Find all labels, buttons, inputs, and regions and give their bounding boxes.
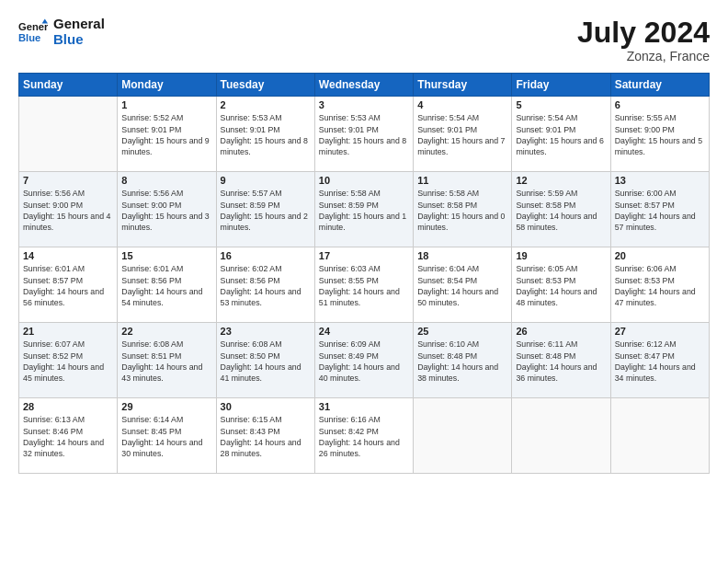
- day-info: Sunrise: 5:56 AM Sunset: 9:00 PM Dayligh…: [23, 188, 113, 233]
- day-info: Sunrise: 6:06 AM Sunset: 8:53 PM Dayligh…: [615, 263, 705, 308]
- calendar-cell: 31 Sunrise: 6:16 AM Sunset: 8:42 PM Dayl…: [314, 398, 413, 474]
- calendar-cell: 24 Sunrise: 6:09 AM Sunset: 8:49 PM Dayl…: [314, 323, 413, 398]
- calendar-week-5: 28 Sunrise: 6:13 AM Sunset: 8:46 PM Dayl…: [19, 398, 710, 474]
- day-info: Sunrise: 6:09 AM Sunset: 8:49 PM Dayligh…: [319, 339, 409, 384]
- title-block: July 2024 Zonza, France: [577, 17, 710, 63]
- calendar-cell: 2 Sunrise: 5:53 AM Sunset: 9:01 PM Dayli…: [216, 97, 314, 172]
- logo-general: General: [53, 17, 105, 32]
- day-info: Sunrise: 6:05 AM Sunset: 8:53 PM Dayligh…: [516, 263, 606, 308]
- calendar-cell: [610, 398, 709, 474]
- day-info: Sunrise: 6:11 AM Sunset: 8:48 PM Dayligh…: [516, 339, 606, 384]
- calendar-cell: 23 Sunrise: 6:08 AM Sunset: 8:50 PM Dayl…: [216, 323, 314, 398]
- day-info: Sunrise: 6:16 AM Sunset: 8:42 PM Dayligh…: [319, 414, 409, 459]
- day-number: 25: [417, 326, 507, 337]
- logo: General Blue General Blue: [18, 17, 105, 47]
- calendar-cell: 15 Sunrise: 6:01 AM Sunset: 8:56 PM Dayl…: [118, 247, 216, 323]
- day-info: Sunrise: 6:08 AM Sunset: 8:51 PM Dayligh…: [121, 339, 211, 384]
- logo-icon: General Blue: [18, 17, 48, 47]
- day-number: 17: [319, 250, 409, 261]
- day-number: 31: [319, 401, 409, 412]
- day-info: Sunrise: 6:13 AM Sunset: 8:46 PM Dayligh…: [23, 414, 113, 459]
- day-number: 5: [516, 99, 606, 110]
- day-number: 24: [319, 326, 409, 337]
- location: Zonza, France: [577, 49, 710, 63]
- calendar-cell: 12 Sunrise: 5:59 AM Sunset: 8:58 PM Dayl…: [512, 172, 610, 247]
- day-info: Sunrise: 5:58 AM Sunset: 8:58 PM Dayligh…: [417, 188, 507, 233]
- calendar-cell: 27 Sunrise: 6:12 AM Sunset: 8:47 PM Dayl…: [610, 323, 709, 398]
- calendar-cell: 11 Sunrise: 5:58 AM Sunset: 8:58 PM Dayl…: [414, 172, 512, 247]
- calendar-week-4: 21 Sunrise: 6:07 AM Sunset: 8:52 PM Dayl…: [19, 323, 710, 398]
- day-info: Sunrise: 6:03 AM Sunset: 8:55 PM Dayligh…: [319, 263, 409, 308]
- day-number: 18: [417, 250, 507, 261]
- day-number: 12: [516, 175, 606, 186]
- day-info: Sunrise: 6:10 AM Sunset: 8:48 PM Dayligh…: [417, 339, 507, 384]
- calendar-cell: 20 Sunrise: 6:06 AM Sunset: 8:53 PM Dayl…: [610, 247, 709, 323]
- calendar-cell: [414, 398, 512, 474]
- calendar-cell: 25 Sunrise: 6:10 AM Sunset: 8:48 PM Dayl…: [414, 323, 512, 398]
- svg-text:Blue: Blue: [18, 31, 40, 42]
- day-info: Sunrise: 6:04 AM Sunset: 8:54 PM Dayligh…: [417, 263, 507, 308]
- weekday-header-thursday: Thursday: [414, 74, 512, 97]
- day-info: Sunrise: 5:59 AM Sunset: 8:58 PM Dayligh…: [516, 188, 606, 233]
- day-info: Sunrise: 5:53 AM Sunset: 9:01 PM Dayligh…: [221, 112, 311, 157]
- day-info: Sunrise: 5:52 AM Sunset: 9:01 PM Dayligh…: [121, 112, 211, 157]
- day-number: 4: [417, 99, 507, 110]
- day-info: Sunrise: 6:02 AM Sunset: 8:56 PM Dayligh…: [221, 263, 311, 308]
- day-number: 28: [23, 401, 113, 412]
- header: General Blue General Blue July 2024 Zonz…: [18, 17, 710, 63]
- calendar-cell: 18 Sunrise: 6:04 AM Sunset: 8:54 PM Dayl…: [414, 247, 512, 323]
- page: General Blue General Blue July 2024 Zonz…: [0, 0, 728, 563]
- day-info: Sunrise: 6:14 AM Sunset: 8:45 PM Dayligh…: [121, 414, 211, 459]
- calendar-week-1: 1 Sunrise: 5:52 AM Sunset: 9:01 PM Dayli…: [19, 97, 710, 172]
- weekday-header-wednesday: Wednesday: [314, 74, 413, 97]
- day-number: 19: [516, 250, 606, 261]
- weekday-header-sunday: Sunday: [19, 74, 118, 97]
- calendar-cell: 21 Sunrise: 6:07 AM Sunset: 8:52 PM Dayl…: [19, 323, 118, 398]
- day-info: Sunrise: 6:12 AM Sunset: 8:47 PM Dayligh…: [615, 339, 705, 384]
- day-info: Sunrise: 5:56 AM Sunset: 9:00 PM Dayligh…: [121, 188, 211, 233]
- day-number: 1: [121, 99, 211, 110]
- day-number: 11: [417, 175, 507, 186]
- month-year: July 2024: [577, 17, 710, 49]
- day-info: Sunrise: 5:54 AM Sunset: 9:01 PM Dayligh…: [417, 112, 507, 157]
- calendar-cell: 22 Sunrise: 6:08 AM Sunset: 8:51 PM Dayl…: [118, 323, 216, 398]
- day-number: 22: [121, 326, 211, 337]
- calendar-cell: 4 Sunrise: 5:54 AM Sunset: 9:01 PM Dayli…: [414, 97, 512, 172]
- calendar-cell: 17 Sunrise: 6:03 AM Sunset: 8:55 PM Dayl…: [314, 247, 413, 323]
- logo-blue: Blue: [53, 32, 105, 48]
- day-number: 20: [615, 250, 705, 261]
- day-number: 21: [23, 326, 113, 337]
- day-info: Sunrise: 5:53 AM Sunset: 9:01 PM Dayligh…: [319, 112, 409, 157]
- day-number: 26: [516, 326, 606, 337]
- day-number: 27: [615, 326, 705, 337]
- day-info: Sunrise: 6:15 AM Sunset: 8:43 PM Dayligh…: [221, 414, 311, 459]
- calendar-cell: 5 Sunrise: 5:54 AM Sunset: 9:01 PM Dayli…: [512, 97, 610, 172]
- calendar-cell: 14 Sunrise: 6:01 AM Sunset: 8:57 PM Dayl…: [19, 247, 118, 323]
- day-info: Sunrise: 6:01 AM Sunset: 8:57 PM Dayligh…: [23, 263, 113, 308]
- calendar-cell: 3 Sunrise: 5:53 AM Sunset: 9:01 PM Dayli…: [314, 97, 413, 172]
- day-info: Sunrise: 6:08 AM Sunset: 8:50 PM Dayligh…: [221, 339, 311, 384]
- calendar-cell: 8 Sunrise: 5:56 AM Sunset: 9:00 PM Dayli…: [118, 172, 216, 247]
- day-number: 3: [319, 99, 409, 110]
- day-number: 7: [23, 175, 113, 186]
- calendar-cell: 7 Sunrise: 5:56 AM Sunset: 9:00 PM Dayli…: [19, 172, 118, 247]
- day-number: 29: [121, 401, 211, 412]
- day-info: Sunrise: 5:58 AM Sunset: 8:59 PM Dayligh…: [319, 188, 409, 233]
- calendar-cell: 26 Sunrise: 6:11 AM Sunset: 8:48 PM Dayl…: [512, 323, 610, 398]
- day-number: 14: [23, 250, 113, 261]
- calendar-week-3: 14 Sunrise: 6:01 AM Sunset: 8:57 PM Dayl…: [19, 247, 710, 323]
- calendar-cell: 10 Sunrise: 5:58 AM Sunset: 8:59 PM Dayl…: [314, 172, 413, 247]
- day-number: 15: [121, 250, 211, 261]
- day-info: Sunrise: 5:55 AM Sunset: 9:00 PM Dayligh…: [615, 112, 705, 157]
- day-info: Sunrise: 6:07 AM Sunset: 8:52 PM Dayligh…: [23, 339, 113, 384]
- weekday-header-tuesday: Tuesday: [216, 74, 314, 97]
- calendar-cell: [512, 398, 610, 474]
- day-info: Sunrise: 5:57 AM Sunset: 8:59 PM Dayligh…: [221, 188, 311, 233]
- calendar-cell: 30 Sunrise: 6:15 AM Sunset: 8:43 PM Dayl…: [216, 398, 314, 474]
- day-number: 16: [221, 250, 311, 261]
- calendar-cell: 28 Sunrise: 6:13 AM Sunset: 8:46 PM Dayl…: [19, 398, 118, 474]
- calendar-cell: 19 Sunrise: 6:05 AM Sunset: 8:53 PM Dayl…: [512, 247, 610, 323]
- calendar: SundayMondayTuesdayWednesdayThursdayFrid…: [18, 73, 710, 474]
- day-number: 13: [615, 175, 705, 186]
- calendar-cell: 6 Sunrise: 5:55 AM Sunset: 9:00 PM Dayli…: [610, 97, 709, 172]
